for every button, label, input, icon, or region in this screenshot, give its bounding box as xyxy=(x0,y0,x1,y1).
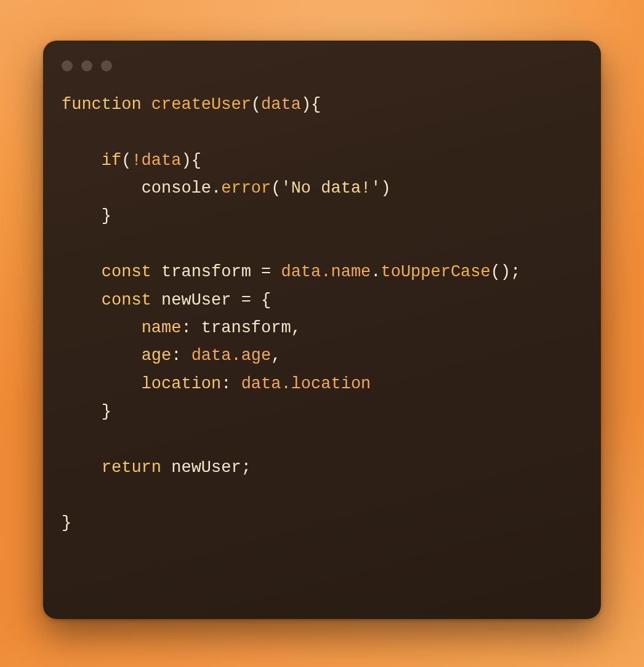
paren-close-brace-open: ){ xyxy=(301,95,321,114)
dot: . xyxy=(211,179,221,198)
semicolon: ; xyxy=(241,458,251,477)
val-transform: transform xyxy=(201,319,291,337)
paren-open: ( xyxy=(271,179,281,198)
window-titlebar xyxy=(62,58,582,91)
paren-open: ( xyxy=(251,95,261,114)
brace-close-fn: } xyxy=(62,514,71,532)
keyword-if: if xyxy=(102,151,121,170)
key-name: name xyxy=(142,319,182,337)
brace-close: } xyxy=(102,402,111,421)
param-data: data xyxy=(261,95,301,114)
assign: = xyxy=(241,291,251,310)
comma: , xyxy=(291,319,301,337)
expr-data-name: data.name xyxy=(281,263,371,281)
keyword-function: function xyxy=(62,95,142,114)
assign: = xyxy=(261,263,271,281)
key-location: location xyxy=(142,375,222,393)
key-age: age xyxy=(142,346,172,365)
not-data: !data xyxy=(131,151,181,170)
brace-close: } xyxy=(102,207,111,225)
string-no-data: 'No data!' xyxy=(281,179,380,198)
dot: . xyxy=(371,263,380,281)
paren-open: ( xyxy=(121,151,131,170)
colon: : xyxy=(171,346,181,365)
function-name: createUser xyxy=(151,95,251,114)
paren-close-brace-open: ){ xyxy=(181,151,201,170)
method-toUpperCase: toUpperCase xyxy=(381,263,491,281)
ident-newUser: newUser xyxy=(161,291,231,310)
call-semi: (); xyxy=(491,263,521,281)
space xyxy=(142,95,151,114)
expr-data-age: data.age xyxy=(191,346,272,365)
method-error: error xyxy=(221,179,271,198)
code-window: function createUser(data){ if(!data){ co… xyxy=(43,41,601,619)
ident-newUser-return: newUser xyxy=(171,458,241,477)
zoom-icon[interactable] xyxy=(101,60,112,71)
keyword-return: return xyxy=(102,458,161,477)
expr-data-location: data.location xyxy=(241,375,371,393)
close-icon[interactable] xyxy=(62,60,73,71)
paren-close: ) xyxy=(381,179,391,198)
ident-console: console xyxy=(142,179,211,198)
ident-transform: transform xyxy=(161,263,251,281)
brace-open: { xyxy=(261,291,271,310)
keyword-const: const xyxy=(102,291,151,310)
code-block: function createUser(data){ if(!data){ co… xyxy=(62,91,582,538)
minimize-icon[interactable] xyxy=(81,60,92,71)
keyword-const: const xyxy=(102,263,151,281)
colon: : xyxy=(221,375,231,393)
colon: : xyxy=(181,319,191,337)
comma: , xyxy=(271,346,281,365)
